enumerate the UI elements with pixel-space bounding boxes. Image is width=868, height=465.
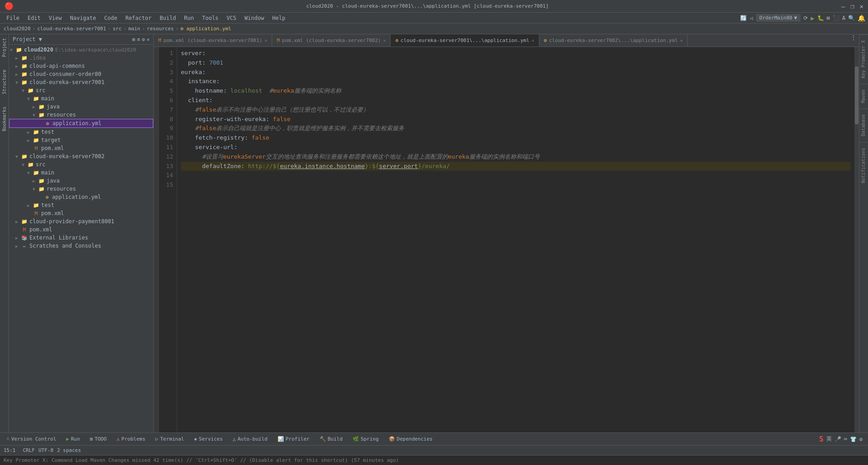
tree-test-7002[interactable]: ▶ 📁 test: [9, 201, 153, 209]
menu-edit[interactable]: Edit: [24, 14, 44, 22]
menu-help[interactable]: Help: [269, 14, 289, 22]
tab-build[interactable]: 🔨 Build: [315, 435, 347, 443]
menu-tools[interactable]: Tools: [198, 14, 222, 22]
project-panel-icon[interactable]: Project: [2, 38, 7, 57]
search-icon[interactable]: 🔍: [848, 15, 855, 21]
menu-refactor[interactable]: Refactor: [122, 14, 155, 22]
tab-version-control[interactable]: ⑃ Version Control: [2, 435, 61, 443]
tab-profiler[interactable]: 📊 Profiler: [273, 435, 314, 443]
menu-window[interactable]: Window: [241, 14, 268, 22]
tree-pom-7002[interactable]: ▶ M pom.xml: [9, 209, 153, 217]
sync-icon[interactable]: 🔄: [740, 15, 747, 21]
back-icon[interactable]: ◁: [750, 15, 753, 21]
mic-icon[interactable]: 🎤: [835, 436, 841, 442]
close-button[interactable]: ✕: [860, 3, 863, 10]
tree-scratches[interactable]: ▶ ✏ Scratches and Consoles: [9, 242, 153, 250]
settings-bottom-icon[interactable]: ⚙: [859, 436, 863, 442]
tree-test[interactable]: ▶ 📁 test: [9, 128, 153, 136]
tab-app-yml-7002[interactable]: ⚙ cloud-eureka-server7002\...\applicatio…: [539, 34, 688, 47]
bookmarks-icon[interactable]: Bookmarks: [2, 107, 7, 131]
tab-app-yml-7001[interactable]: ⚙ cloud-eureka-server7001\...\applicatio…: [391, 34, 539, 47]
lang-icon[interactable]: 英: [826, 435, 832, 443]
tree-java[interactable]: ▶ 📁 java: [9, 103, 153, 111]
code-line-6: hostname: localhost #eureka服务端的实例名称: [181, 86, 851, 96]
run-icon[interactable]: ▶: [811, 14, 814, 22]
key-promoter-panel[interactable]: Key Promoter X: [859, 34, 868, 84]
menu-run[interactable]: Run: [180, 14, 198, 22]
tree-resources-7002[interactable]: ▼ 📁 resources: [9, 185, 153, 193]
menu-view[interactable]: View: [45, 14, 66, 22]
tree-eureka-7001[interactable]: ▼ 📁 cloud-eureka-server7001: [9, 78, 153, 86]
tree-src-7002[interactable]: ▼ 📁 src: [9, 160, 153, 169]
line-ending[interactable]: CRLF: [23, 447, 35, 453]
bc-src[interactable]: src: [113, 26, 122, 32]
tree-main[interactable]: ▼ 📁 main: [9, 94, 153, 103]
menu-navigate[interactable]: Navigate: [66, 14, 100, 22]
notifications-panel[interactable]: Notifications: [859, 142, 868, 188]
menu-code[interactable]: Code: [101, 14, 121, 22]
menu-vcs[interactable]: VCS: [223, 14, 240, 22]
tree-api-commons[interactable]: ▶ 📁 cloud-api-commons: [9, 62, 153, 70]
tree-root[interactable]: ▼ 📁 cloud2020 E:\idea-workspace\cloud202…: [9, 46, 153, 54]
indent[interactable]: 2 spaces: [57, 447, 81, 453]
tab-problems[interactable]: ⚠ Problems: [112, 435, 150, 443]
sync-tree-icon[interactable]: ⊞: [132, 37, 136, 42]
bc-cloud2020[interactable]: cloud2020: [4, 26, 31, 32]
tab-close-yml7002[interactable]: ✕: [680, 38, 683, 43]
translate-icon[interactable]: A: [842, 15, 845, 21]
editor-scrollbar[interactable]: [854, 47, 859, 432]
tab-spring[interactable]: 🌿 Spring: [348, 435, 383, 443]
bc-application-yml[interactable]: ⚙ application.yml: [180, 26, 231, 32]
notification-icon[interactable]: 🔔: [858, 14, 865, 22]
stop-icon[interactable]: ⬛: [833, 15, 840, 21]
more-run-icon[interactable]: ⊞: [827, 15, 830, 21]
tree-application-yml-7002[interactable]: ▶ ⚙ application.yml: [9, 193, 153, 201]
tree-idea[interactable]: ▶ 📁 .idea: [9, 54, 153, 62]
tab-pom-7002[interactable]: M pom.xml (cloud-eureka-server7002) ✕: [272, 34, 391, 47]
run-config-dropdown[interactable]: OrderMain80 ▼: [756, 14, 801, 22]
tab-close-pom7002[interactable]: ✕: [383, 38, 386, 43]
menu-file[interactable]: File: [3, 14, 23, 22]
maven-panel[interactable]: Maven: [859, 84, 868, 108]
tree-application-yml-7001[interactable]: ▶ ⚙ application.yml: [9, 119, 153, 128]
menu-build[interactable]: Build: [156, 14, 179, 22]
tree-resources[interactable]: ▼ 📁 resources: [9, 111, 153, 119]
tree-pom-7001[interactable]: ▶ M pom.xml: [9, 144, 153, 152]
database-panel[interactable]: Database: [859, 108, 868, 141]
tab-close-yml7001[interactable]: ✕: [532, 38, 534, 43]
bc-main[interactable]: main: [128, 26, 141, 32]
tree-src[interactable]: ▼ 📁 src: [9, 86, 153, 94]
tab-services[interactable]: ◈ Services: [189, 435, 227, 443]
maximize-button[interactable]: ❐: [850, 3, 854, 10]
keyboard-icon[interactable]: ⌨: [844, 436, 847, 442]
tabs-overflow[interactable]: ⋮: [848, 34, 859, 47]
bc-resources[interactable]: resources: [147, 26, 174, 32]
tree-external-libs[interactable]: ▶ 📚 External Libraries: [9, 234, 153, 242]
bc-server7001[interactable]: cloud-eureka-server7001: [37, 26, 106, 32]
tab-todo[interactable]: ⊞ TODO: [85, 435, 111, 443]
tree-target[interactable]: ▶ 📁 target: [9, 136, 153, 144]
code-content[interactable]: server: port: 7001 eureka: instance: hos…: [177, 47, 854, 432]
tab-auto-build[interactable]: △ Auto-build: [228, 435, 272, 443]
tab-pom-7001[interactable]: M pom.xml (cloud-eureka-server7001) ✕: [154, 34, 272, 47]
refresh-icon[interactable]: ⟳: [803, 15, 808, 21]
tree-main-7002[interactable]: ▼ 📁 main: [9, 169, 153, 177]
tree-provider-payment[interactable]: ▶ 📁 cloud-provider-payment8001: [9, 217, 153, 225]
encoding[interactable]: UTF-8: [38, 447, 53, 453]
debug-icon[interactable]: 🐛: [817, 15, 824, 21]
structure-icon[interactable]: Structure: [2, 70, 7, 94]
settings-icon[interactable]: ⚙: [142, 37, 145, 42]
skin-icon[interactable]: 👕: [850, 436, 857, 442]
tree-java-7002[interactable]: ▶ 📁 java: [9, 177, 153, 185]
tab-run[interactable]: ▶ Run: [61, 435, 85, 443]
tab-close-pom7001[interactable]: ✕: [264, 38, 267, 43]
close-panel-icon[interactable]: ✕: [146, 37, 150, 42]
tree-pom-root[interactable]: ▶ M pom.xml: [9, 225, 153, 234]
tab-dependencies[interactable]: 📦 Dependencies: [384, 435, 437, 443]
collapse-icon[interactable]: ≡: [137, 37, 140, 42]
code-editor[interactable]: 1 2 3 4 5 6 7 8 9 10 11 12 13 14 15 serv…: [154, 47, 859, 432]
tree-eureka-7002[interactable]: ▼ 📁 cloud-eureka-server7002: [9, 152, 153, 160]
tab-terminal[interactable]: ▷ Terminal: [151, 435, 189, 443]
minimize-button[interactable]: —: [841, 3, 845, 10]
tree-consumer-order80[interactable]: ▶ 📁 cloud-consumer-order80: [9, 70, 153, 78]
